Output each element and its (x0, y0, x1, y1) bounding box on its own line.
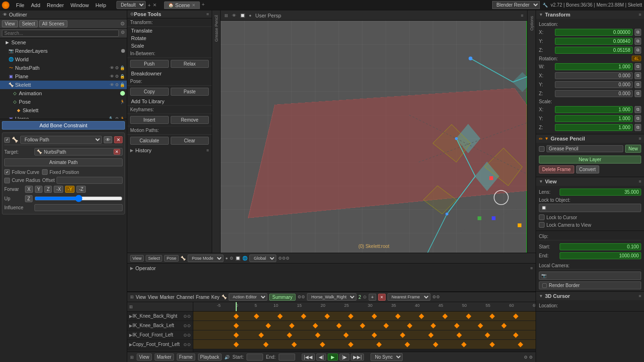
timeline-channel-btn[interactable]: Channel (176, 295, 194, 300)
fast-forward-btn[interactable]: ▶▶| (351, 354, 364, 361)
transform-header[interactable]: ▼ Transform ≡ (536, 10, 644, 19)
view-btn[interactable]: View (130, 255, 144, 262)
clip-end-value[interactable]: 1000.000 (560, 252, 641, 259)
loc-z-copy-btn[interactable]: ⧉ (635, 47, 641, 54)
clear-btn[interactable]: Clear (171, 137, 209, 145)
summary-badge[interactable]: Summary (269, 294, 296, 301)
delete-frame-btn[interactable]: Delete Frame (539, 165, 574, 173)
track-copy-foot-front-left[interactable]: ▶ Copy_Foot_Front_Left ⊙ ⊙ (127, 340, 193, 349)
forward-z-btn[interactable]: Z (44, 186, 52, 193)
rot-x-value[interactable]: 0.000 (555, 72, 633, 79)
rot-y-copy-btn[interactable]: ⧉ (635, 81, 641, 88)
copy-btn[interactable]: Copy (130, 88, 169, 96)
breakdowner-tool[interactable]: Breakdowner (127, 70, 212, 77)
forward-x-btn[interactable]: X (25, 186, 33, 193)
scale-x-value[interactable]: 1.000 (555, 106, 633, 113)
playback-playback-btn[interactable]: Playback (198, 354, 222, 361)
loc-x-value[interactable]: 0.00000 (555, 29, 633, 36)
push-btn[interactable]: Push (130, 60, 169, 68)
rot-x-copy-btn[interactable]: ⧉ (635, 72, 641, 79)
timeline-marker-btn[interactable]: Marker (160, 295, 174, 300)
playback-view-btn[interactable]: View (137, 354, 152, 361)
lock-camera-cb[interactable] (539, 222, 545, 228)
menu-window[interactable]: Window (67, 1, 91, 9)
scene-tab[interactable]: 🏠 Scene ✕ (164, 1, 200, 9)
scale-z-copy-btn[interactable]: ⧉ (635, 124, 641, 131)
rot-y-value[interactable]: 0.000 (555, 81, 633, 88)
timeline-add-marker-btn[interactable]: + (369, 294, 376, 301)
timeline-remove-btn[interactable]: × (378, 294, 386, 301)
constraint-eye-btn[interactable]: 👁 (104, 136, 112, 143)
loc-z-value[interactable]: 0.05158 (555, 47, 633, 54)
view-header[interactable]: ▼ View ≡ (536, 177, 644, 186)
convert-btn[interactable]: Convert (576, 165, 599, 173)
outliner-search-input[interactable] (2, 30, 119, 37)
track-ik-knee-back-left[interactable]: ▶ IK_Knee_Back_Left ⊙ ⊙ (127, 321, 193, 330)
lock-to-cursor-cb[interactable] (539, 214, 545, 220)
engine-select[interactable]: Blender Render (492, 1, 540, 9)
calculate-btn[interactable]: Calculate (130, 137, 169, 145)
lens-value[interactable]: 35.000 (560, 189, 641, 196)
tree-item-horse[interactable]: ▣ Horse 🔧 ⚙ 🏃 (0, 115, 127, 119)
translate-tool[interactable]: Translate (127, 27, 212, 34)
scale-y-value[interactable]: 1.000 (555, 115, 633, 122)
start-frame-input[interactable] (247, 354, 263, 361)
target-input[interactable]: 🦴 NurbsPath ✕ (34, 148, 123, 156)
action-editor-select[interactable]: Action Editor (229, 293, 267, 301)
select-btn[interactable]: Select (146, 255, 162, 262)
timeline-select-btn[interactable]: View (148, 295, 158, 300)
forward-negz-btn[interactable]: -Z (76, 186, 85, 193)
timeline-keyframes[interactable]: -5 0 5 10 15 20 25 30 35 40 45 50 (193, 302, 536, 352)
playback-frame-btn[interactable]: Frame (177, 354, 195, 361)
menu-render[interactable]: Render (44, 1, 66, 9)
step-forward-btn[interactable]: |▶ (339, 354, 349, 361)
viewport[interactable]: ⊞ 👁 🔲 ● User Persp ≡ (221, 10, 527, 253)
render-border-btn[interactable]: Render Border (539, 281, 641, 289)
gp-new-btn[interactable]: New (625, 145, 641, 153)
scale-y-copy-btn[interactable]: ⧉ (635, 115, 641, 122)
forward-negy-btn[interactable]: -Y (65, 186, 74, 193)
scale-x-copy-btn[interactable]: ⧉ (635, 106, 641, 113)
viewport-canvas[interactable]: X Y Z (0) Skelett:root (221, 21, 527, 253)
rot-w-copy-btn[interactable]: ⧉ (635, 63, 641, 70)
loc-y-value[interactable]: 0.00840 (555, 38, 633, 45)
tree-item-nurbspath[interactable]: 〜 NurbsPath 👁 ⚙ 🔒 (0, 64, 127, 72)
outliner-allscenes-btn[interactable]: All Scenes (39, 20, 67, 27)
menu-add[interactable]: Add (28, 1, 43, 9)
gp-checkbox[interactable] (539, 146, 545, 152)
rotate-tool[interactable]: Rotate (127, 34, 212, 42)
tree-item-plane[interactable]: ▣ Plane 👁 ⚙ 🔒 (0, 72, 127, 81)
loc-x-copy-btn[interactable]: ⧉ (635, 29, 641, 36)
offset-input[interactable]: 0.000 (57, 177, 123, 184)
tree-item-animation[interactable]: ◇ Animation (0, 89, 127, 98)
timeline-view-btn[interactable]: View (136, 295, 146, 300)
curve-radius-checkbox[interactable] (4, 178, 10, 183)
grease-pencil-header[interactable]: ✏ ▼ Grease Pencil ≡ (536, 134, 644, 143)
outliner-select-btn[interactable]: Select (19, 20, 38, 27)
tree-item-renderlayers[interactable]: 📷 RenderLayers (0, 47, 127, 55)
up-slider[interactable] (34, 195, 123, 202)
action-name-select[interactable]: Horse_Walk_Right (307, 293, 356, 301)
screen-select[interactable]: Default (116, 1, 146, 9)
gp-data-select[interactable]: Grease Pencil (546, 145, 623, 152)
global-select[interactable]: Global (249, 255, 276, 262)
rot-w-value[interactable]: 1.000 (555, 63, 633, 70)
loc-y-copy-btn[interactable]: ⧉ (635, 38, 641, 45)
tree-item-scene[interactable]: ▶ Scene (0, 38, 127, 47)
forward-y-btn[interactable]: Y (35, 186, 43, 193)
tree-item-pose[interactable]: ◇ Pose 🏃 (0, 98, 127, 106)
rot-z-copy-btn[interactable]: ⧉ (635, 90, 641, 97)
track-ik-foot-front-left[interactable]: ▶ IK_Foot_Front_Left ⊙ ⊙ (127, 330, 193, 340)
paste-btn[interactable]: Paste (171, 88, 209, 96)
playback-marker-btn[interactable]: Marker (155, 354, 174, 361)
nearest-frame-select[interactable]: Nearest Frame (388, 293, 430, 301)
animate-path-btn[interactable]: Animate Path (4, 158, 123, 166)
insert-btn[interactable]: Insert (130, 116, 169, 124)
forward-negx-btn[interactable]: -X (54, 186, 63, 193)
tree-item-world[interactable]: 🌐 World (0, 55, 127, 64)
fixed-position-checkbox[interactable] (42, 169, 48, 175)
new-layer-btn[interactable]: New Layer (539, 156, 641, 164)
relax-btn[interactable]: Relax (171, 60, 209, 68)
lock-to-object-value[interactable]: 🔲 (539, 204, 641, 212)
scale-z-value[interactable]: 1.000 (555, 124, 633, 131)
